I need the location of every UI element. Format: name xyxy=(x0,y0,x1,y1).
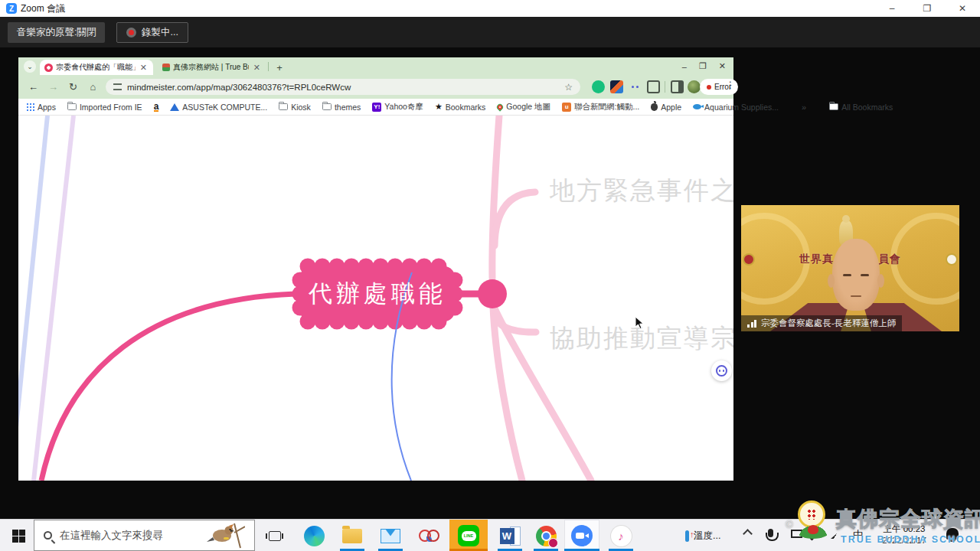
taskbar-line[interactable]: LINE xyxy=(449,520,488,551)
taskbar-word[interactable]: W xyxy=(491,520,529,551)
folder-icon xyxy=(67,103,77,110)
true-buddha-favicon xyxy=(162,64,170,71)
restore-icon[interactable]: ❐ xyxy=(699,61,707,71)
bookmarks-bar: Apps Imported From IE a ASUSTeK COMPUTE.… xyxy=(18,99,733,116)
bookmark-bookmarks[interactable]: ★Bookmarks xyxy=(435,102,485,112)
taskbar-search-input[interactable]: 在這裡輸入文字來搜尋 xyxy=(34,520,255,551)
branch-node-top[interactable]: 地方緊急事件之 xyxy=(550,174,733,208)
tab-true-buddha[interactable]: 真佛宗務網站 | True Buddha Sc ✕ xyxy=(158,60,266,75)
word-icon: W xyxy=(500,527,521,546)
restore-icon[interactable]: ❐ xyxy=(910,0,945,17)
side-panel-icon[interactable] xyxy=(671,80,684,93)
chat-widget-button[interactable] xyxy=(711,360,732,381)
taskbar-zoom-active[interactable] xyxy=(564,520,599,551)
apple-icon xyxy=(651,103,658,111)
close-icon[interactable]: ✕ xyxy=(945,0,980,17)
bookmark-asustek[interactable]: ASUSTeK COMPUTE... xyxy=(170,103,267,112)
yahoo-icon: Y! xyxy=(372,103,381,112)
bookmark-themes[interactable]: themes xyxy=(322,103,361,112)
tab-mindmeister[interactable]: 宗委會代辦處的「職能」及「相.. ✕ xyxy=(40,60,153,75)
file-explorer-icon xyxy=(342,529,362,543)
bookmark-amazon[interactable]: a xyxy=(154,103,159,112)
back-icon[interactable]: ← xyxy=(26,80,41,94)
branch-hub-node xyxy=(478,279,507,308)
tab-close-icon[interactable]: ✕ xyxy=(139,63,149,73)
profile-avatar[interactable] xyxy=(688,80,701,93)
minimize-icon[interactable]: – xyxy=(874,0,910,17)
browser-window-controls: – ❐ ✕ xyxy=(682,57,730,75)
screen: Z Zoom 會議 – ❐ ✕ 音樂家的原聲:關閉 錄製中... ⌄ 宗委會代辦… xyxy=(0,0,980,551)
notification-bell-icon[interactable] xyxy=(946,528,959,540)
home-icon[interactable]: ⌂ xyxy=(86,80,100,94)
spectacles-app-icon xyxy=(419,526,439,546)
bookmark-yahoo[interactable]: Y!Yahoo奇摩 xyxy=(372,102,423,112)
taskbar-edge[interactable] xyxy=(299,520,328,551)
browser-toolbar: ← → ↻ ⌂ mindmeister.com/app/map/30624803… xyxy=(18,75,733,99)
all-bookmarks-button[interactable]: All Bookmarks xyxy=(829,103,893,112)
tray-temperature[interactable]: 溫度... xyxy=(685,520,720,551)
banner-text-left: 世界真 xyxy=(799,253,834,266)
tab-search-icon[interactable]: ⌄ xyxy=(24,60,36,73)
extension-icon-colorful[interactable] xyxy=(610,80,623,93)
taskbar-file-explorer[interactable] xyxy=(338,520,367,551)
chat-face-icon xyxy=(716,365,727,377)
bookmark-udn[interactable]: u聯合新聞網:觸動... xyxy=(562,102,639,112)
windows-taskbar: 在這裡輸入文字來搜尋 LINE W ♪ xyxy=(0,519,980,551)
taskbar-chrome[interactable] xyxy=(529,520,563,551)
network-tray-icon[interactable] xyxy=(831,530,841,539)
forward-icon[interactable]: → xyxy=(46,80,60,94)
central-topic-node[interactable]: 代辦處職能 xyxy=(300,266,455,321)
bookmark-apps[interactable]: Apps xyxy=(26,103,56,112)
bookmark-imported-from-ie[interactable]: Imported From IE xyxy=(67,103,142,112)
task-view-icon xyxy=(269,531,281,541)
start-button[interactable] xyxy=(3,520,34,551)
tab-title: 宗委會代辦處的「職能」及「相.. xyxy=(56,62,136,73)
original-sound-button[interactable]: 音樂家的原聲:關閉 xyxy=(8,22,105,43)
taskbar-clock[interactable]: 上午 00:23 2022/12/17 xyxy=(874,523,934,546)
display-tray-icon[interactable] xyxy=(791,530,802,538)
new-tab-button[interactable]: + xyxy=(273,60,286,74)
bookmarks-overflow-icon[interactable]: » xyxy=(802,103,806,112)
pen-tray-icon[interactable] xyxy=(810,530,820,540)
star-icon: ★ xyxy=(435,102,443,112)
minimize-icon[interactable]: – xyxy=(682,62,687,71)
bookmark-apple[interactable]: Apple xyxy=(651,103,681,112)
apps-grid-icon xyxy=(26,103,34,111)
extensions-puzzle-icon[interactable] xyxy=(647,80,660,93)
zoom-window-controls: – ❐ ✕ xyxy=(874,0,980,17)
reload-icon[interactable]: ↻ xyxy=(66,80,80,94)
address-bar[interactable]: mindmeister.com/app/map/3062480376?t=RPL… xyxy=(106,79,580,95)
participant-video[interactable]: 世界真 員會 宗委會督察處處長-長老釋蓮僧上師 xyxy=(741,205,959,331)
task-view-button[interactable] xyxy=(261,520,289,551)
tray-overflow-chevron-icon[interactable] xyxy=(743,529,753,539)
browser-menu-icon[interactable]: ⋮ xyxy=(726,80,735,90)
line-icon: LINE xyxy=(458,525,479,546)
close-icon[interactable]: ✕ xyxy=(719,61,726,71)
taskbar-itunes[interactable]: ♪ xyxy=(604,520,638,551)
taskbar-spectacles-app[interactable] xyxy=(414,520,443,551)
connection-signal-icon xyxy=(747,320,756,328)
bookmark-star-icon[interactable]: ☆ xyxy=(564,82,573,93)
bookmark-google-maps[interactable]: Google 地圖 xyxy=(497,102,550,112)
screen-share-stage: ⌄ 宗委會代辦處的「職能」及「相.. ✕ 真佛宗務網站 | True Buddh… xyxy=(0,47,980,519)
extension-icon-green[interactable] xyxy=(592,80,605,93)
folder-icon xyxy=(829,103,838,110)
ime-indicator[interactable]: 中 xyxy=(853,529,864,543)
fish-icon xyxy=(693,104,701,109)
browser-window: ⌄ 宗委會代辦處的「職能」及「相.. ✕ 真佛宗務網站 | True Buddh… xyxy=(18,57,733,481)
error-dot-icon xyxy=(707,85,711,90)
tab-title: 真佛宗務網站 | True Buddha Sc xyxy=(173,62,249,73)
mindmap-canvas[interactable]: 代辦處職能 地方緊急事件之 協助推動宣導宗 xyxy=(18,116,733,481)
taskbar-mail[interactable] xyxy=(376,520,405,551)
search-highlight-bird-image xyxy=(205,522,245,549)
zoom-window-title: Zoom 會議 xyxy=(21,2,65,15)
microphone-tray-icon[interactable] xyxy=(768,529,773,537)
site-settings-icon[interactable] xyxy=(113,83,122,90)
banner-emblem-right-icon xyxy=(946,253,958,266)
mouse-cursor xyxy=(635,316,644,330)
bookmark-kiosk[interactable]: Kiosk xyxy=(279,103,311,112)
recording-indicator-button[interactable]: 錄製中... xyxy=(116,22,188,43)
participant-name: 宗委會督察處處長-長老釋蓮僧上師 xyxy=(761,318,896,329)
bookmark-aquarium[interactable]: Aquarium Supplies... xyxy=(693,103,779,112)
tab-close-icon[interactable]: ✕ xyxy=(252,63,262,73)
